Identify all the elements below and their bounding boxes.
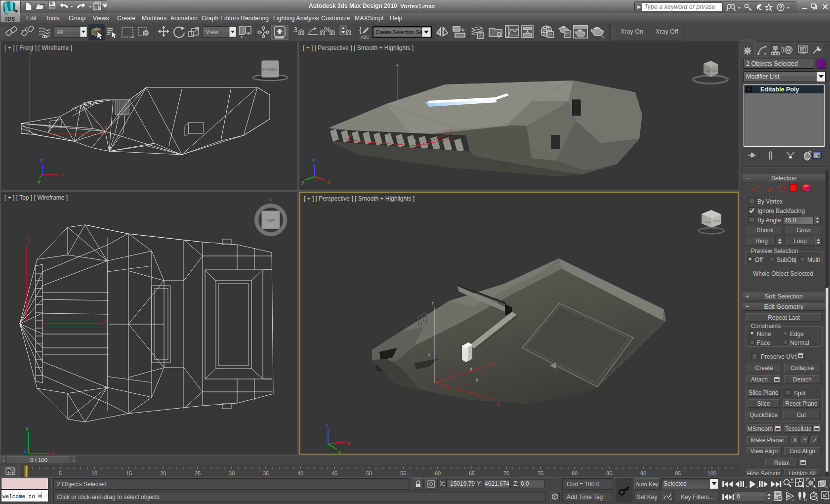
svg-text:15: 15: [126, 470, 132, 476]
svg-text:x: x: [414, 138, 416, 143]
svg-text:View: View: [206, 29, 218, 36]
svg-text:x: x: [52, 450, 55, 455]
svg-text:x: x: [327, 179, 331, 185]
svg-text:20: 20: [160, 470, 166, 476]
svg-text:95: 95: [675, 470, 681, 476]
svg-text:z: z: [326, 422, 329, 428]
svg-text:N: N: [269, 197, 273, 202]
svg-text:y: y: [385, 136, 388, 142]
svg-text:y: y: [301, 179, 305, 185]
svg-text:x: x: [104, 318, 106, 323]
svg-text:x: x: [347, 440, 351, 446]
svg-text:5: 5: [59, 470, 62, 476]
svg-text:y: y: [38, 178, 41, 184]
svg-text:BACK: BACK: [712, 70, 718, 72]
svg-text:55: 55: [400, 470, 406, 476]
svg-text:40: 40: [297, 470, 303, 476]
svg-text:z: z: [24, 448, 27, 454]
svg-text:35: 35: [263, 470, 269, 476]
svg-text:z: z: [428, 351, 430, 357]
svg-text:ABC: ABC: [361, 35, 369, 40]
svg-text:{: {: [359, 26, 362, 34]
svg-text:75: 75: [538, 470, 543, 476]
svg-text:x: x: [62, 171, 65, 177]
svg-text:x: x: [450, 127, 453, 133]
svg-text:z: z: [40, 157, 43, 163]
svg-text:FRONT: FRONT: [263, 67, 278, 72]
svg-text:X: X: [48, 126, 51, 132]
svg-text:TOP: TOP: [266, 218, 275, 223]
svg-text:z: z: [312, 157, 315, 163]
svg-text:45: 45: [332, 470, 337, 476]
svg-text:60: 60: [435, 470, 441, 476]
svg-text:30: 30: [229, 470, 235, 476]
svg-text:y: y: [497, 402, 499, 407]
svg-text:z: z: [396, 61, 399, 67]
svg-text:0: 0: [737, 493, 740, 500]
svg-text:x: x: [493, 361, 495, 366]
svg-text:65: 65: [469, 470, 475, 476]
svg-text:3: 3: [293, 25, 297, 34]
svg-text:100: 100: [707, 470, 716, 476]
svg-text:3DS: 3DS: [5, 16, 15, 22]
svg-text:y: y: [26, 425, 29, 431]
svg-text:y: y: [338, 449, 341, 454]
svg-text:y: y: [28, 237, 30, 242]
svg-text:y: y: [348, 133, 351, 138]
svg-text:25: 25: [195, 470, 201, 476]
svg-text:Create Selection Se: Create Selection Se: [375, 29, 422, 35]
svg-text:70: 70: [503, 470, 509, 476]
svg-text:All: All: [57, 29, 63, 36]
svg-text:50: 50: [366, 470, 372, 476]
svg-text:FRONT: FRONT: [704, 221, 711, 223]
svg-text:X: X: [104, 125, 108, 130]
svg-text:RIGHT: RIGHT: [713, 220, 720, 223]
svg-text:y: y: [476, 377, 478, 382]
svg-text:85: 85: [606, 470, 612, 476]
svg-text:?: ?: [779, 4, 783, 10]
svg-text:z: z: [431, 301, 434, 306]
svg-text:Z: Z: [30, 50, 33, 55]
svg-text:80: 80: [572, 470, 578, 476]
svg-text:x: x: [470, 366, 472, 372]
svg-text:LEFT: LEFT: [706, 70, 711, 73]
svg-text:90: 90: [640, 470, 646, 476]
svg-text:10: 10: [91, 470, 97, 476]
